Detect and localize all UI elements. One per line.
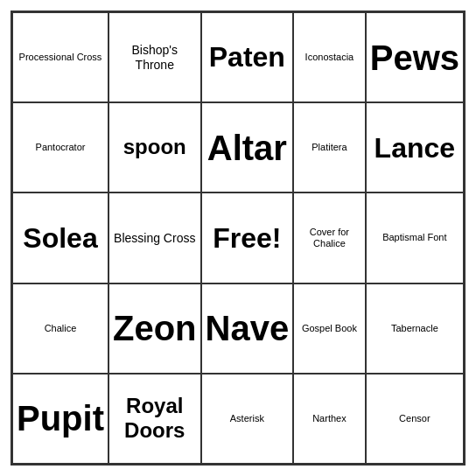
bingo-cell-r3c0[interactable]: Chalice [12,284,108,374]
bingo-cell-r4c2[interactable]: Asterisk [201,374,294,464]
bingo-board: Processional CrossBishop's ThronePatenIc… [10,10,466,466]
bingo-cell-r1c2[interactable]: Altar [201,102,294,192]
bingo-cell-r0c3[interactable]: Iconostacia [293,12,366,102]
bingo-cell-r4c1[interactable]: Royal Doors [108,374,201,464]
bingo-cell-r2c1[interactable]: Blessing Cross [108,192,201,283]
bingo-cell-r4c4[interactable]: Censor [366,374,464,464]
bingo-cell-r1c1[interactable]: spoon [108,102,201,192]
bingo-cell-r1c3[interactable]: Platitera [293,102,366,192]
bingo-cell-r2c2[interactable]: Free! [201,192,294,283]
bingo-cell-r0c2[interactable]: Paten [201,12,294,102]
bingo-cell-r1c4[interactable]: Lance [366,102,464,192]
bingo-cell-r1c0[interactable]: Pantocrator [12,102,108,192]
bingo-cell-r2c0[interactable]: Solea [12,192,108,283]
bingo-cell-r3c1[interactable]: Zeon [108,284,201,374]
bingo-cell-r3c4[interactable]: Tabernacle [366,284,464,374]
bingo-cell-r2c4[interactable]: Baptismal Font [366,192,464,283]
bingo-cell-r3c2[interactable]: Nave [201,284,294,374]
bingo-cell-r0c0[interactable]: Processional Cross [12,12,108,102]
bingo-cell-r4c0[interactable]: Pupit [12,374,108,464]
bingo-cell-r2c3[interactable]: Cover for Chalice [293,192,366,283]
bingo-cell-r4c3[interactable]: Narthex [293,374,366,464]
bingo-cell-r0c4[interactable]: Pews [366,12,464,102]
bingo-cell-r3c3[interactable]: Gospel Book [293,284,366,374]
bingo-cell-r0c1[interactable]: Bishop's Throne [108,12,201,102]
